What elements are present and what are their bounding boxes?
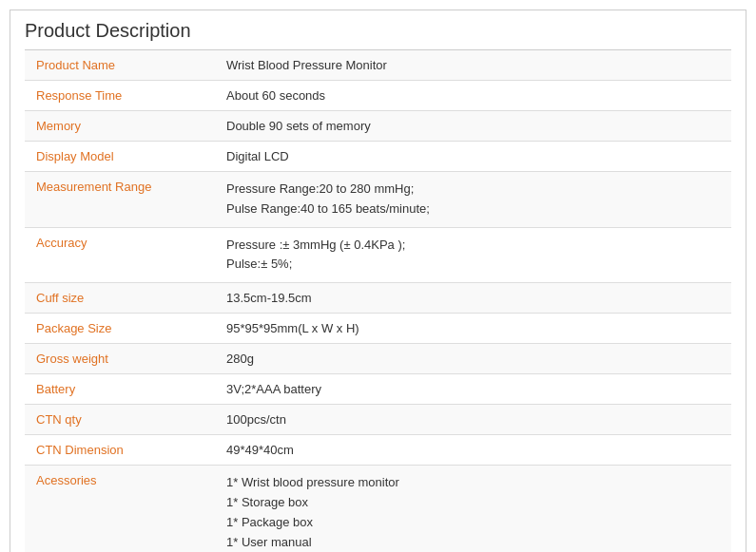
table-row: Cuff size13.5cm-19.5cm — [25, 283, 731, 314]
table-row: Display ModelDigital LCD — [25, 142, 731, 172]
table-row: Acessories1* Wrist blood pressure monito… — [25, 466, 731, 552]
row-value: 49*49*40cm — [215, 435, 731, 466]
row-label: Gross weight — [25, 344, 215, 374]
row-label: Accuracy — [25, 227, 215, 283]
row-value: 100pcs/ctn — [215, 405, 731, 435]
table-row: Battery3V;2*AAA battery — [25, 374, 731, 405]
row-label: Package Size — [25, 314, 215, 344]
row-label: Cuff size — [25, 283, 215, 314]
row-label: Product Name — [25, 50, 215, 81]
row-label: Measurement Range — [25, 172, 215, 228]
row-label: Display Model — [25, 142, 215, 172]
table-row: Response TimeAbout 60 seconds — [25, 81, 731, 111]
row-label: CTN Dimension — [25, 435, 215, 466]
product-description-container: Product Description Product NameWrist Bl… — [10, 10, 746, 552]
row-value: 3V;2*AAA battery — [215, 374, 731, 405]
row-value: 1* Wrist blood pressure monitor1* Storag… — [215, 466, 731, 552]
row-value: 13.5cm-19.5cm — [215, 283, 731, 314]
table-row: MemoryDouble 90 sets of memory — [25, 111, 731, 142]
row-value: 95*95*95mm(L x W x H) — [215, 314, 731, 344]
table-row: CTN qty100pcs/ctn — [25, 405, 731, 435]
table-row: CTN Dimension49*49*40cm — [25, 435, 731, 466]
row-label: Memory — [25, 111, 215, 142]
row-label: Battery — [25, 374, 215, 405]
table-row: Product NameWrist Blood Pressure Monitor — [25, 50, 731, 81]
row-value: Wrist Blood Pressure Monitor — [215, 50, 731, 81]
table-row: Measurement RangePressure Range:20 to 28… — [25, 172, 731, 228]
row-value: Digital LCD — [215, 142, 731, 172]
row-label: CTN qty — [25, 405, 215, 435]
table-row: AccuracyPressure :± 3mmHg (± 0.4KPa );Pu… — [25, 227, 731, 283]
row-label: Response Time — [25, 81, 215, 111]
row-value: About 60 seconds — [215, 81, 731, 111]
row-value: Pressure Range:20 to 280 mmHg;Pulse Rang… — [215, 172, 731, 228]
row-value: 280g — [215, 344, 731, 374]
product-table: Product NameWrist Blood Pressure Monitor… — [25, 50, 731, 552]
page-title: Product Description — [25, 20, 731, 50]
table-row: Gross weight280g — [25, 344, 731, 374]
row-value: Double 90 sets of memory — [215, 111, 731, 142]
table-row: Package Size95*95*95mm(L x W x H) — [25, 314, 731, 344]
row-label: Acessories — [25, 466, 215, 552]
row-value: Pressure :± 3mmHg (± 0.4KPa );Pulse:± 5%… — [215, 227, 731, 283]
